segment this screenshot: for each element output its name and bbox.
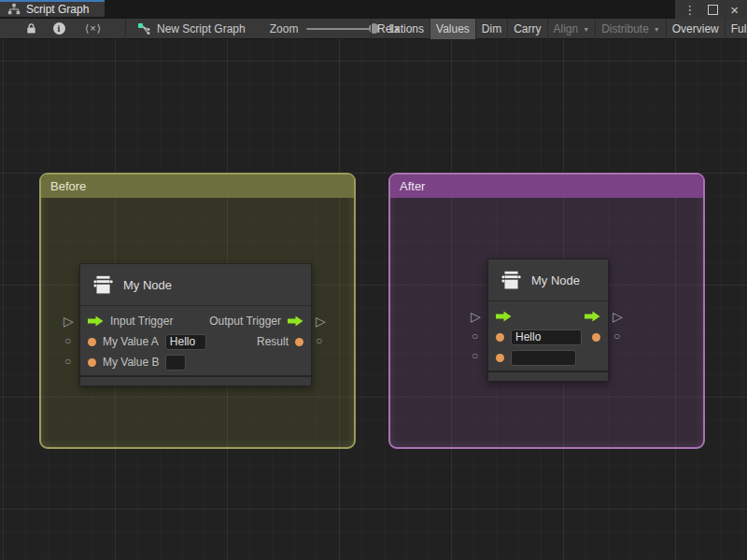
tab-script-graph[interactable]: Script Graph <box>0 0 105 17</box>
unit-icon <box>499 268 523 292</box>
port-row-trigger: Input Trigger Output Trigger <box>80 311 311 331</box>
maximize-icon[interactable] <box>708 5 718 15</box>
my-value-b-label: My Value B <box>103 356 159 369</box>
node-footer <box>488 372 608 381</box>
port-row-value-b: My Value B <box>80 352 311 372</box>
new-script-graph-label: New Script Graph <box>157 22 246 35</box>
zoom-label: Zoom <box>270 22 299 35</box>
new-script-graph-button[interactable]: New Script Graph <box>126 19 257 39</box>
group-before-header[interactable]: Before <box>41 175 354 198</box>
port-row-value-b <box>488 347 608 368</box>
dim-button[interactable]: Dim <box>475 19 507 39</box>
code-preview-button[interactable]: ⟨×⟩ <box>73 19 114 39</box>
kebab-menu-icon[interactable]: ⋮ <box>684 4 696 16</box>
lock-button[interactable] <box>17 19 45 39</box>
tab-label: Script Graph <box>26 3 89 16</box>
node-my-node-before[interactable]: My Node Input Trigger Output Trigger <box>79 263 312 386</box>
flow-input-port-icon[interactable] <box>88 315 104 327</box>
flow-input-port-icon[interactable] <box>496 311 512 322</box>
carry-button[interactable]: Carry <box>507 19 546 39</box>
view-buttons: Relations Values Dim Carry Align ▼ Distr… <box>371 19 747 39</box>
external-flow-output-port[interactable]: ▷ <box>613 310 623 323</box>
code-preview-icon: ⟨×⟩ <box>85 22 102 35</box>
node-title: My Node <box>531 273 580 287</box>
my-value-b-field[interactable] <box>511 350 576 366</box>
value-input-port-icon[interactable] <box>496 354 504 362</box>
external-value-input-port[interactable]: ○ <box>472 330 478 342</box>
external-value-input-port[interactable]: ○ <box>64 356 71 367</box>
external-flow-input-port[interactable]: ▷ <box>63 315 74 328</box>
graph-hierarchy-icon <box>7 3 21 16</box>
node-ports <box>488 301 608 371</box>
value-input-port-icon[interactable] <box>88 358 96 367</box>
external-value-output-port[interactable]: ○ <box>613 330 620 342</box>
my-value-a-label: My Value A <box>103 335 159 348</box>
input-trigger-label: Input Trigger <box>110 315 173 328</box>
node-header[interactable]: My Node <box>80 264 311 306</box>
value-input-port-icon[interactable] <box>88 338 96 346</box>
align-dropdown[interactable]: Align ▼ <box>547 19 596 39</box>
value-output-port-icon[interactable] <box>592 333 600 342</box>
flow-output-port-icon[interactable] <box>288 315 303 327</box>
toolbar: i ⟨×⟩ New Script Graph Zoom 1x Relations… <box>0 19 747 39</box>
node-ports: Input Trigger Output Trigger My Value A … <box>80 306 311 375</box>
close-icon[interactable]: × <box>730 3 739 17</box>
my-value-a-field[interactable] <box>511 329 582 345</box>
graph-asset-icon <box>137 21 151 35</box>
external-value-input-port[interactable]: ○ <box>64 335 71 346</box>
external-value-output-port[interactable]: ○ <box>316 335 322 346</box>
relations-button[interactable]: Relations <box>371 19 430 39</box>
values-button[interactable]: Values <box>430 19 475 39</box>
node-header[interactable]: My Node <box>488 259 608 301</box>
full-screen-button[interactable]: Full Screen <box>725 19 747 39</box>
overview-button[interactable]: Overview <box>666 19 725 39</box>
external-flow-output-port[interactable]: ▷ <box>316 315 326 328</box>
port-row-trigger <box>488 306 608 327</box>
group-after-title: After <box>400 179 425 193</box>
window-controls: ⋮ × <box>675 0 747 19</box>
info-icon: i <box>53 22 65 35</box>
group-after-header[interactable]: After <box>390 175 703 198</box>
zoom-slider[interactable] <box>306 28 379 30</box>
script-graph-window: Script Graph ⋮ × i ⟨×⟩ <box>0 0 747 560</box>
port-row-value-a <box>488 327 608 347</box>
dropdown-arrow-icon: ▼ <box>583 26 589 33</box>
my-value-b-field[interactable] <box>165 355 186 371</box>
graph-canvas[interactable]: Before After My Node <box>0 39 747 560</box>
unit-icon <box>91 273 115 297</box>
external-flow-input-port[interactable]: ▷ <box>471 310 481 323</box>
group-before-title: Before <box>50 179 86 193</box>
node-title: My Node <box>123 278 172 292</box>
node-my-node-after[interactable]: My Node <box>487 259 609 382</box>
lock-icon <box>25 22 37 35</box>
value-output-port-icon[interactable] <box>295 338 303 346</box>
port-row-value-a: My Value A Result <box>80 331 311 352</box>
tab-bar: Script Graph ⋮ × <box>0 0 747 19</box>
value-input-port-icon[interactable] <box>496 333 504 342</box>
distribute-dropdown[interactable]: Distribute ▼ <box>595 19 666 39</box>
my-value-a-field[interactable] <box>165 334 206 350</box>
external-value-input-port[interactable]: ○ <box>472 350 478 361</box>
output-trigger-label: Output Trigger <box>209 315 281 328</box>
result-label: Result <box>257 335 289 348</box>
flow-output-port-icon[interactable] <box>585 311 600 322</box>
node-footer <box>80 377 311 385</box>
dropdown-arrow-icon: ▼ <box>654 26 660 33</box>
info-button[interactable]: i <box>45 19 73 39</box>
